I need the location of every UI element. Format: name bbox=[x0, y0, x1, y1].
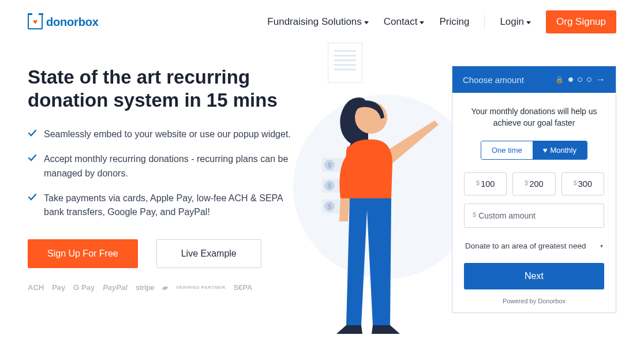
verified-badge-icon: ▰ bbox=[162, 283, 168, 292]
tab-one-time[interactable]: One time bbox=[481, 141, 533, 159]
step-dot-active bbox=[568, 77, 573, 82]
powered-by: Powered by Donorbox bbox=[464, 298, 604, 304]
logo-text: donorbox bbox=[46, 16, 99, 29]
check-icon bbox=[28, 129, 37, 138]
feature-item: Accept monthly recurring donations - rec… bbox=[28, 152, 299, 181]
widget-header: Choose amount 🔒 → bbox=[452, 66, 616, 93]
live-example-button[interactable]: Live Example bbox=[156, 239, 261, 268]
nav-fundraising-label: Fundraising Solutions bbox=[267, 16, 361, 28]
amount-option-300[interactable]: $300 bbox=[561, 172, 604, 195]
designation-select[interactable]: Donate to an area of greatest need ▾ bbox=[464, 239, 604, 263]
amount-option-100[interactable]: $100 bbox=[464, 172, 507, 195]
heart-icon: ♥ bbox=[33, 18, 38, 25]
person-illustration bbox=[305, 77, 455, 343]
chevron-down-icon bbox=[526, 21, 531, 24]
stripe-logo: stripe bbox=[136, 283, 154, 292]
nav-pricing[interactable]: Pricing bbox=[439, 16, 469, 28]
nav-login-label: Login bbox=[500, 16, 524, 28]
sepa-logo: S€PA bbox=[233, 283, 252, 292]
headline: State of the art recurring donation syst… bbox=[28, 66, 299, 111]
paypal-logo: PayPal bbox=[103, 283, 128, 292]
amount-option-200[interactable]: $200 bbox=[512, 172, 555, 195]
feature-text: Seamlessly embed to your website or use … bbox=[44, 127, 291, 142]
donation-widget: Choose amount 🔒 → Your monthly donations… bbox=[452, 66, 616, 313]
heart-icon: ♥ bbox=[543, 146, 548, 155]
logo[interactable]: ♥ donorbox bbox=[28, 14, 99, 29]
tab-monthly[interactable]: ♥ Monthly bbox=[533, 141, 587, 159]
feature-item: Seamlessly embed to your website or use … bbox=[28, 127, 299, 142]
next-button[interactable]: Next bbox=[464, 263, 604, 289]
tab-monthly-label: Monthly bbox=[550, 146, 576, 155]
nav-fundraising[interactable]: Fundraising Solutions bbox=[267, 16, 368, 28]
nav-contact[interactable]: Contact bbox=[384, 16, 425, 28]
chevron-down-icon bbox=[364, 21, 369, 24]
verified-partner-text: VERIFIED PARTNER bbox=[176, 285, 225, 290]
chevron-down-icon bbox=[420, 21, 424, 24]
nav: Fundraising Solutions Contact Pricing Lo… bbox=[267, 10, 616, 33]
arrow-right-icon[interactable]: → bbox=[596, 74, 605, 85]
check-icon bbox=[28, 153, 37, 163]
feature-item: Take payments via cards, Apple Pay, low-… bbox=[28, 191, 299, 220]
step-dot bbox=[587, 77, 591, 82]
feature-text: Take payments via cards, Apple Pay, low-… bbox=[44, 191, 299, 220]
step-dot bbox=[578, 77, 582, 82]
nav-separator bbox=[484, 14, 485, 29]
feature-text: Accept monthly recurring donations - rec… bbox=[44, 152, 299, 181]
widget-message: Your monthly donations will help us achi… bbox=[464, 106, 604, 129]
google-pay-logo: G Pay bbox=[73, 283, 95, 292]
apple-pay-logo: Pay bbox=[52, 283, 65, 292]
ach-logo: ACH bbox=[28, 283, 44, 292]
nav-login[interactable]: Login bbox=[500, 16, 531, 28]
widget-title: Choose amount bbox=[463, 75, 524, 85]
feature-list: Seamlessly embed to your website or use … bbox=[28, 127, 299, 220]
frequency-tabs: One time ♥ Monthly bbox=[481, 141, 587, 160]
signup-free-button[interactable]: Sign Up For Free bbox=[28, 239, 138, 268]
payment-logos: ACH Pay G Pay PayPal stripe ▰ VERIFIED P… bbox=[28, 283, 299, 292]
designation-label: Donate to an area of greatest need bbox=[465, 242, 586, 250]
lock-icon: 🔒 bbox=[555, 76, 564, 84]
custom-amount-input[interactable]: $Custom amount bbox=[464, 204, 604, 228]
logo-icon: ♥ bbox=[28, 14, 43, 29]
nav-contact-label: Contact bbox=[384, 16, 418, 28]
org-signup-button[interactable]: Org Signup bbox=[546, 10, 616, 33]
nav-pricing-label: Pricing bbox=[439, 16, 469, 28]
chevron-down-icon: ▾ bbox=[600, 243, 603, 249]
check-icon bbox=[28, 193, 37, 202]
widget-steps: 🔒 → bbox=[555, 74, 605, 85]
